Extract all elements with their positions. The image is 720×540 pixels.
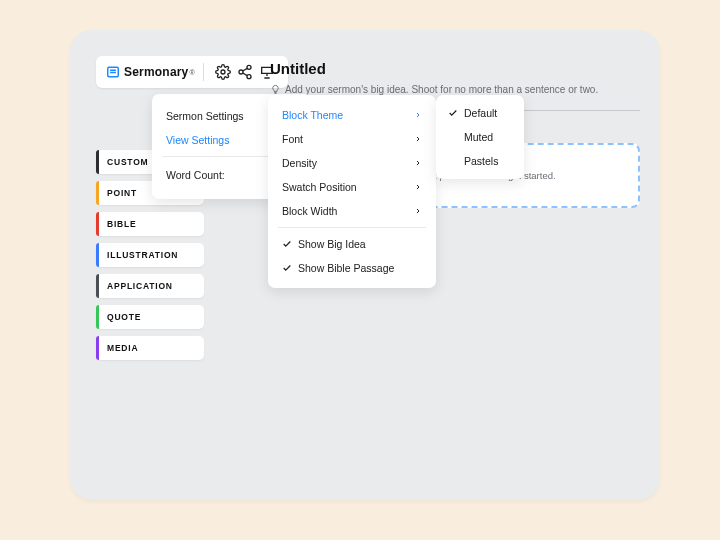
menu-item-density[interactable]: Density xyxy=(268,151,436,175)
swatch xyxy=(96,305,99,329)
theme-option-muted[interactable]: Muted xyxy=(436,125,524,149)
chip-label: QUOTE xyxy=(107,312,141,322)
chip-label: POINT xyxy=(107,188,137,198)
swatch xyxy=(96,212,99,236)
chip-label: APPLICATION xyxy=(107,281,173,291)
svg-point-4 xyxy=(247,65,251,69)
chevron-right-icon xyxy=(414,111,422,119)
chip-label: BIBLE xyxy=(107,219,137,229)
big-idea-placeholder: Add your sermon's big idea. Shoot for no… xyxy=(285,84,598,95)
topbar: Sermonary ® xyxy=(96,56,288,88)
toggle-show-bible-passage[interactable]: Show Bible Passage xyxy=(268,256,436,280)
block-chip-bible[interactable]: BIBLE xyxy=(96,212,204,236)
svg-point-6 xyxy=(247,75,251,79)
logo-text: Sermonary xyxy=(124,65,189,79)
share-icon[interactable] xyxy=(237,64,253,80)
check-icon xyxy=(282,239,292,249)
chevron-right-icon xyxy=(414,159,422,167)
menu-item-block-theme[interactable]: Block Theme xyxy=(268,103,436,127)
theme-option-default[interactable]: Default xyxy=(436,101,524,125)
svg-line-7 xyxy=(242,68,247,71)
menu-item-block-width[interactable]: Block Width xyxy=(268,199,436,223)
block-chip-application[interactable]: APPLICATION xyxy=(96,274,204,298)
logo-icon xyxy=(106,65,120,79)
divider xyxy=(278,227,426,228)
check-icon xyxy=(282,263,292,273)
chevron-right-icon xyxy=(414,207,422,215)
theme-option-pastels[interactable]: Pastels xyxy=(436,149,524,173)
chevron-right-icon xyxy=(414,183,422,191)
logo-trademark: ® xyxy=(190,69,195,76)
chevron-right-icon xyxy=(414,135,422,143)
svg-point-5 xyxy=(239,70,243,74)
menu-item-font[interactable]: Font xyxy=(268,127,436,151)
swatch xyxy=(96,274,99,298)
swatch xyxy=(96,181,99,205)
swatch xyxy=(96,150,99,174)
divider xyxy=(203,63,204,81)
chip-label: MEDIA xyxy=(107,343,138,353)
document-title[interactable]: Untitled xyxy=(270,60,326,77)
view-settings-popover: Block ThemeFontDensitySwatch PositionBlo… xyxy=(268,95,436,288)
gear-icon[interactable] xyxy=(215,64,231,80)
chip-label: CUSTOM xyxy=(107,157,148,167)
app-window: Sermonary ® Untitled Add your sermon's b… xyxy=(70,30,660,500)
chip-label: ILLUSTRATION xyxy=(107,250,178,260)
svg-line-8 xyxy=(242,73,247,76)
block-chip-quote[interactable]: QUOTE xyxy=(96,305,204,329)
check-icon xyxy=(448,108,458,118)
swatch xyxy=(96,243,99,267)
menu-item-swatch-position[interactable]: Swatch Position xyxy=(268,175,436,199)
toggle-show-big-idea[interactable]: Show Big Idea xyxy=(268,232,436,256)
block-theme-popover: DefaultMutedPastels xyxy=(436,95,524,179)
svg-point-3 xyxy=(221,70,225,74)
block-chip-illustration[interactable]: ILLUSTRATION xyxy=(96,243,204,267)
block-chip-media[interactable]: MEDIA xyxy=(96,336,204,360)
swatch xyxy=(96,336,99,360)
big-idea-row[interactable]: Add your sermon's big idea. Shoot for no… xyxy=(270,84,598,95)
